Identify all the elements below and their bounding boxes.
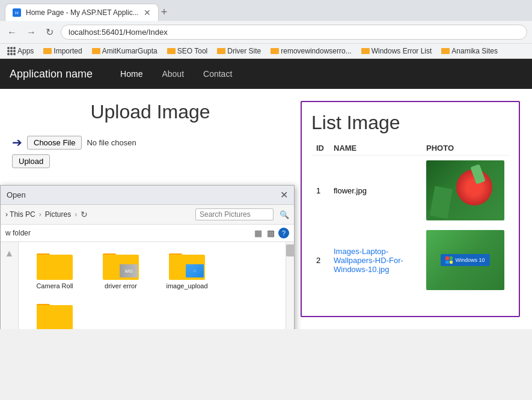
breadcrumb-sep1: › xyxy=(39,210,41,219)
bookmark-seotool[interactable]: SEO Tool xyxy=(165,46,210,56)
folder-icon-cameraroll xyxy=(37,251,73,280)
folder-item-cameraroll[interactable]: Camera Roll xyxy=(28,251,82,289)
windows-logo-text: Windows 10 xyxy=(455,257,485,263)
row1-id: 1 xyxy=(311,156,329,226)
row2-photo: Windows 10 xyxy=(421,225,509,295)
refresh-button[interactable]: ↻ xyxy=(43,25,56,39)
flower-stem xyxy=(430,186,453,219)
breadcrumb-sep2: › xyxy=(75,210,77,219)
tab-close-button[interactable]: ✕ xyxy=(144,8,151,17)
folder-icon-driversite xyxy=(217,48,225,54)
navbar-nav: Home About Contact xyxy=(111,59,242,89)
navbar-brand: Application name xyxy=(10,68,93,80)
browser-chrome: H Home Page - My ASP.NET Applic... ✕ + ←… xyxy=(0,0,532,59)
view-list-button[interactable]: ▩ xyxy=(266,227,276,239)
table-row: 2 Images-Laptop-Wallpapers-HD-For-Window… xyxy=(311,225,509,295)
folder-icon-anamika xyxy=(441,48,450,54)
new-folder-label: w folder xyxy=(5,229,31,237)
folder-name-drivererror: driver error xyxy=(105,282,137,289)
table-header-row: ID NAME PHOTO xyxy=(311,141,509,156)
folder-icon-extra xyxy=(37,302,73,329)
navbar: Application name Home About Contact xyxy=(0,59,532,89)
bookmark-seotool-label: SEO Tool xyxy=(177,47,207,55)
file-dialog: Open ✕ › This PC › Pictures › ↻ 🔍 w fold… xyxy=(0,185,295,329)
bookmark-amitgupta-label: AmitKumarGupta xyxy=(102,47,157,55)
dialog-refresh-button[interactable]: ↻ xyxy=(81,210,88,219)
upload-title: Upload Image xyxy=(12,101,289,123)
bookmark-driversite[interactable]: Driver Site xyxy=(215,46,263,56)
row1-name: flower.jpg xyxy=(329,156,421,226)
nav-link-contact[interactable]: Contact xyxy=(194,59,242,89)
dialog-search-input[interactable] xyxy=(195,208,274,220)
folder-name-imageupload: image_upload xyxy=(166,282,207,289)
table-row: 1 flower.jpg xyxy=(311,156,509,226)
row2-name-link[interactable]: Images-Laptop-Wallpapers-HD-For-Windows-… xyxy=(334,247,403,274)
active-tab[interactable]: H Home Page - My ASP.NET Applic... ✕ xyxy=(5,4,159,21)
bookmark-apps[interactable]: Apps xyxy=(5,46,36,56)
flower-image xyxy=(426,160,504,220)
bookmark-removewindows-label: removewindowserro... xyxy=(281,47,351,55)
upload-row: ➔ Choose File No file chosen xyxy=(12,135,289,150)
bookmark-imported[interactable]: Imported xyxy=(41,46,84,56)
address-bar-row: ← → ↻ xyxy=(0,21,532,43)
row2-name: Images-Laptop-Wallpapers-HD-For-Windows-… xyxy=(329,225,421,295)
bookmark-imported-label: Imported xyxy=(54,47,82,55)
folder-icon-amitgupta xyxy=(92,48,100,54)
bookmark-windowserrorlist[interactable]: Windows Error List xyxy=(359,46,435,56)
dialog-nav: › This PC › Pictures › ↻ 🔍 xyxy=(1,205,294,225)
tab-favicon: H xyxy=(13,8,21,17)
choose-file-button[interactable]: Choose File xyxy=(27,136,82,150)
search-icon: 🔍 xyxy=(280,210,289,219)
dialog-title-text: Open xyxy=(7,190,26,199)
bookmark-anamika-label: Anamika Sites xyxy=(451,47,498,55)
back-button[interactable]: ← xyxy=(5,26,19,39)
bookmark-amitgupta[interactable]: AmitKumarGupta xyxy=(90,46,160,56)
tab-title: Home Page - My ASP.NET Applic... xyxy=(26,8,139,17)
breadcrumb-pictures[interactable]: Pictures xyxy=(45,210,71,219)
windows-flag-icon xyxy=(445,256,453,264)
address-bar-input[interactable] xyxy=(61,25,527,40)
tab-bar: H Home Page - My ASP.NET Applic... ✕ + xyxy=(0,0,532,21)
bookmark-anamika[interactable]: Anamika Sites xyxy=(439,46,500,56)
dialog-toolbar: w folder ▦ ▩ ? xyxy=(1,225,294,242)
folder-icon-removewindows xyxy=(271,48,279,54)
view-grid-button[interactable]: ▦ xyxy=(253,227,263,239)
arrow-indicator: ➔ xyxy=(12,135,22,150)
row2-id: 2 xyxy=(311,225,329,295)
nav-link-home[interactable]: Home xyxy=(111,59,152,89)
list-image-section: List Image ID NAME PHOTO 1 flower.jpg xyxy=(301,101,520,317)
folder-icon-windowserrorlist xyxy=(361,48,370,54)
folder-name-cameraroll: Camera Roll xyxy=(36,282,73,289)
folder-item-imageupload[interactable]: □ image_upload xyxy=(160,251,214,289)
col-header-photo: PHOTO xyxy=(421,141,509,156)
folder-icon-drivererror: IMG xyxy=(103,251,139,280)
windows-logo: Windows 10 xyxy=(441,254,489,266)
no-file-text: No file chosen xyxy=(87,138,136,147)
folder-icon-imageupload: □ xyxy=(169,251,205,280)
row1-photo xyxy=(421,156,509,226)
dialog-files-area: Camera Roll IMG driver error xyxy=(19,242,286,329)
apps-grid-icon xyxy=(7,47,16,55)
folder-icon-seotool xyxy=(167,48,176,54)
new-tab-button[interactable]: + xyxy=(161,6,168,19)
folder-item-drivererror[interactable]: IMG driver error xyxy=(94,251,148,289)
breadcrumb-thispc[interactable]: › This PC xyxy=(5,210,35,219)
windows-image: Windows 10 xyxy=(426,230,504,290)
forward-button[interactable]: → xyxy=(24,26,38,39)
dialog-close-button[interactable]: ✕ xyxy=(280,189,288,201)
bookmarks-bar: Apps Imported AmitKumarGupta SEO Tool Dr… xyxy=(0,43,532,58)
bookmark-driversite-label: Driver Site xyxy=(227,47,261,55)
bookmark-removewindows[interactable]: removewindowserro... xyxy=(268,46,353,56)
dialog-titlebar: Open ✕ xyxy=(1,186,294,205)
dialog-scrollbar[interactable] xyxy=(286,242,294,329)
nav-link-about[interactable]: About xyxy=(152,59,194,89)
col-header-name: NAME xyxy=(329,141,421,156)
list-image-title: List Image xyxy=(311,112,509,134)
bookmark-apps-label: Apps xyxy=(17,47,34,55)
upload-button[interactable]: Upload xyxy=(12,154,50,168)
col-header-id: ID xyxy=(311,141,329,156)
folder-item-extra[interactable] xyxy=(28,302,82,329)
bookmark-windowserrorlist-label: Windows Error List xyxy=(371,47,432,55)
help-button[interactable]: ? xyxy=(278,228,289,238)
list-image-table: ID NAME PHOTO 1 flower.jpg xyxy=(311,141,509,295)
